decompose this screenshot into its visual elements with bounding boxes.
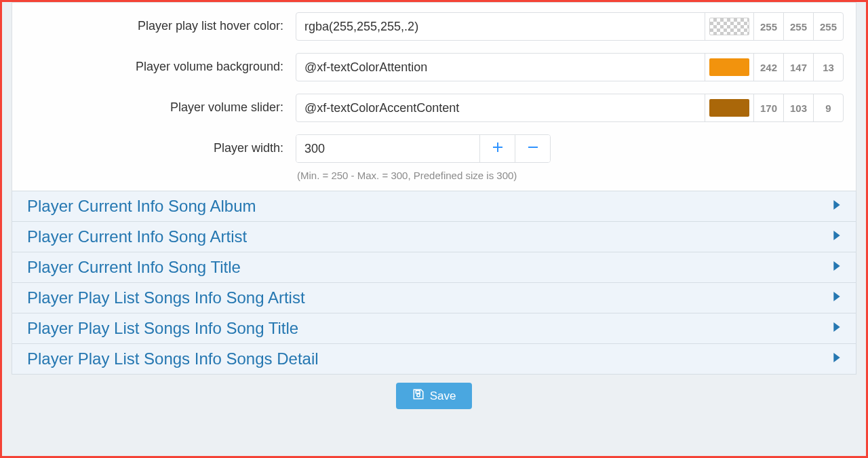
accordion-title: Player Play List Songs Info Song Artist [27,288,305,307]
volume-bg-r[interactable]: 242 [753,54,783,81]
accordion-item-list-title[interactable]: Player Play List Songs Info Song Title [12,313,856,344]
accordion-item-album[interactable]: Player Current Info Song Album [12,191,856,222]
volume-bg-b[interactable]: 13 [813,54,843,81]
plus-icon [492,142,503,155]
row-volume-slider: Player volume slider: 170 103 9 [12,84,856,125]
style-properties-form: Player play list hover color: 255 255 25… [12,2,856,191]
hover-color-swatch [709,18,749,35]
volume-slider-input[interactable] [296,94,705,121]
caret-right-icon [833,292,841,304]
accordion-title: Player Current Info Song Artist [27,227,247,246]
minus-icon [528,142,538,155]
volume-slider-swatch-box[interactable] [705,94,753,121]
caret-right-icon [833,353,841,365]
caret-right-icon [833,261,841,273]
hover-color-g[interactable]: 255 [783,13,813,40]
caret-right-icon [833,322,841,335]
accordion-title: Player Current Info Song Album [27,197,256,216]
row-volume-bg: Player volume background: 242 147 13 [12,43,856,84]
color-input-volume-bg: 242 147 13 [296,53,844,81]
hover-color-input[interactable] [296,13,705,40]
accordion-item-list-artist[interactable]: Player Play List Songs Info Song Artist [12,282,856,313]
save-icon [412,388,425,404]
color-input-hover: 255 255 255 [296,12,844,41]
label-volume-slider: Player volume slider: [24,94,296,115]
accordion-item-artist[interactable]: Player Current Info Song Artist [12,221,856,252]
accordion-title: Player Current Info Song Title [27,258,241,277]
label-volume-bg: Player volume background: [24,53,296,74]
accordion-item-title[interactable]: Player Current Info Song Title [12,252,856,283]
width-increment-button[interactable] [479,135,515,162]
save-button-label: Save [430,389,456,403]
accordion-item-list-detail[interactable]: Player Play List Songs Info Songs Detail [12,343,856,375]
volume-slider-b[interactable]: 9 [813,94,843,121]
accordion-title: Player Play List Songs Info Songs Detail [27,349,319,368]
caret-right-icon [833,200,841,212]
label-hover-color: Player play list hover color: [24,12,296,33]
hover-color-r[interactable]: 255 [753,13,783,40]
caret-right-icon [833,231,841,243]
volume-bg-input[interactable] [296,54,705,81]
volume-slider-swatch [709,99,749,117]
label-player-width: Player width: [24,134,296,155]
width-decrement-button[interactable] [515,135,550,162]
accordion-title: Player Play List Songs Info Song Title [27,319,298,338]
color-input-volume-slider: 170 103 9 [296,94,844,122]
footer: Save [2,375,866,409]
player-width-input[interactable] [296,135,479,162]
accordion-list: Player Current Info Song Album Player Cu… [12,191,856,375]
hover-color-swatch-box[interactable] [705,13,753,40]
settings-panel: Player play list hover color: 255 255 25… [0,0,868,458]
volume-bg-swatch-box[interactable] [705,54,753,81]
hover-color-b[interactable]: 255 [813,13,843,40]
volume-slider-g[interactable]: 103 [783,94,813,121]
volume-bg-swatch [709,58,749,76]
player-width-hint: (Min. = 250 - Max. = 300, Predefined siz… [296,163,844,181]
player-width-control [296,134,551,163]
volume-slider-r[interactable]: 170 [753,94,783,121]
row-player-width: Player width: [12,125,856,184]
volume-bg-g[interactable]: 147 [783,54,813,81]
row-hover-color: Player play list hover color: 255 255 25… [12,3,856,43]
save-button[interactable]: Save [396,383,473,409]
